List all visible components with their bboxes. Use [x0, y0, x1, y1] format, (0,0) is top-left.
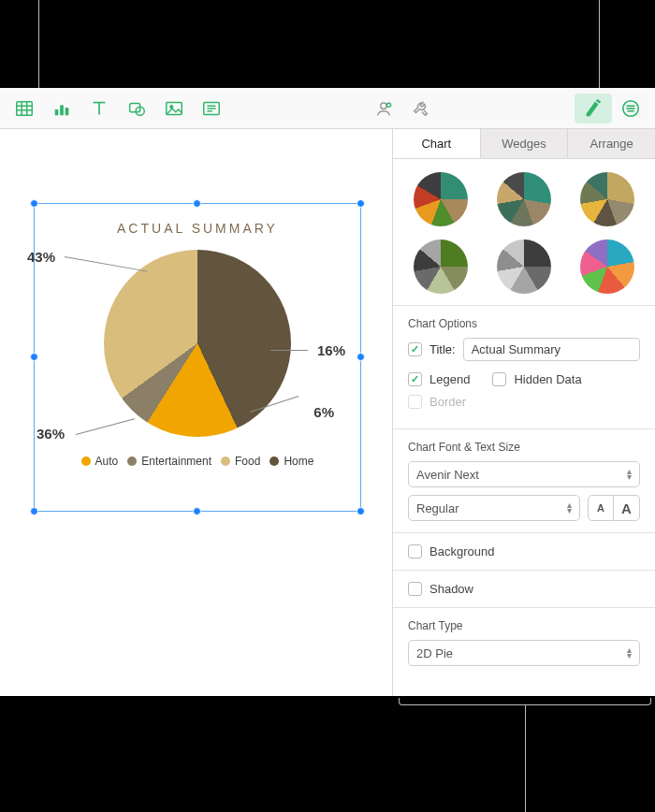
inspector-panel: Chart Wedges Arrange Chart Options Title…: [393, 129, 655, 696]
legend-label: Entertainment: [141, 455, 211, 468]
style-preset[interactable]: [497, 172, 551, 226]
font-section: Chart Font & Text Size Avenir Next ▴▾ Re…: [393, 428, 655, 532]
title-checkbox-label: Title:: [429, 342, 456, 356]
comment-icon[interactable]: [193, 94, 230, 123]
leader-line: [76, 418, 135, 435]
style-preset[interactable]: [497, 239, 551, 294]
background-label: Background: [429, 544, 494, 558]
resize-handle[interactable]: [193, 507, 201, 515]
font-family-value: Avenir Next: [416, 468, 479, 482]
section-title: Chart Options: [408, 317, 640, 330]
collab-icon[interactable]: [365, 94, 402, 123]
chevron-updown-icon: ▴▾: [627, 469, 632, 480]
callout-line-left: [38, 0, 39, 88]
chart-icon[interactable]: [43, 94, 80, 123]
chart-type-value: 2D Pie: [416, 646, 453, 660]
resize-handle[interactable]: [193, 199, 201, 208]
section-title: Chart Type: [408, 619, 640, 632]
section-title: Chart Font & Text Size: [408, 441, 640, 454]
chart-selection-box[interactable]: ACTUAL SUMMARY 43% 16% 6% 36% Auto: [34, 203, 361, 512]
style-preset[interactable]: [414, 172, 468, 226]
pie-graphic: [104, 250, 291, 437]
canvas[interactable]: ACTUAL SUMMARY 43% 16% 6% 36% Auto: [0, 129, 393, 696]
svg-rect-7: [66, 108, 69, 115]
chevron-updown-icon: ▴▾: [627, 647, 632, 659]
chevron-updown-icon: ▴▾: [567, 502, 572, 514]
text-icon[interactable]: [80, 94, 118, 123]
legend-item: Entertainment: [127, 455, 211, 468]
legend-label: Auto: [95, 455, 119, 468]
pie-label-ent: 6%: [313, 404, 334, 420]
tab-chart[interactable]: Chart: [393, 129, 481, 158]
hidden-data-label: Hidden Data: [514, 372, 581, 386]
font-weight-select[interactable]: Regular ▴▾: [408, 495, 580, 521]
format-icon[interactable]: [575, 94, 612, 123]
font-weight-value: Regular: [416, 501, 459, 515]
chart-type-section: Chart Type 2D Pie ▴▾: [393, 607, 655, 677]
app-window: ACTUAL SUMMARY 43% 16% 6% 36% Auto: [0, 88, 655, 696]
title-input[interactable]: Actual Summary: [463, 338, 640, 361]
leader-line: [65, 256, 148, 272]
resize-handle[interactable]: [357, 507, 365, 515]
chart-options-section: Chart Options Title: Actual Summary Lege…: [393, 305, 655, 428]
background-section: Background: [393, 532, 655, 570]
chart-style-presets: [393, 159, 655, 305]
chart-type-select[interactable]: 2D Pie ▴▾: [408, 640, 640, 666]
tab-wedges[interactable]: Wedges: [481, 129, 569, 158]
media-icon[interactable]: [155, 94, 193, 123]
pie-chart[interactable]: 43% 16% 6% 36%: [35, 236, 360, 451]
shape-icon[interactable]: [118, 94, 155, 123]
leader-line: [270, 350, 308, 351]
legend-item: Food: [221, 455, 260, 468]
tab-arrange[interactable]: Arrange: [568, 129, 655, 158]
chart-legend[interactable]: Auto Entertainment Food Home: [35, 455, 360, 468]
legend-label: Home: [284, 455, 313, 468]
resize-handle[interactable]: [30, 199, 38, 208]
style-preset[interactable]: [580, 172, 634, 226]
callout-brace: [399, 698, 651, 705]
svg-point-18: [381, 103, 386, 109]
border-label: Border: [429, 395, 466, 409]
inspector-tabs: Chart Wedges Arrange: [393, 129, 655, 159]
pie-label-food: 36%: [36, 426, 65, 442]
svg-rect-0: [17, 101, 33, 115]
tools-icon[interactable]: [402, 94, 440, 123]
shadow-label: Shadow: [429, 582, 473, 596]
legend-checkbox[interactable]: [408, 372, 422, 386]
resize-handle[interactable]: [30, 507, 38, 515]
shadow-section: Shadow: [393, 570, 655, 607]
font-size-stepper: A A: [588, 495, 640, 521]
resize-handle[interactable]: [357, 199, 365, 208]
toolbar: [0, 88, 655, 129]
font-family-select[interactable]: Avenir Next ▴▾: [408, 461, 640, 487]
table-icon[interactable]: [6, 94, 43, 123]
svg-rect-5: [55, 109, 59, 114]
pie-label-auto: 16%: [317, 342, 345, 358]
style-preset[interactable]: [414, 239, 468, 294]
font-smaller-button[interactable]: A: [588, 495, 614, 521]
pie-label-home: 43%: [27, 249, 55, 265]
legend-item: Home: [269, 455, 313, 468]
legend-label: Food: [235, 455, 260, 468]
chart-title[interactable]: ACTUAL SUMMARY: [35, 221, 360, 236]
legend-item: Auto: [81, 455, 119, 468]
title-checkbox[interactable]: [408, 342, 422, 356]
border-checkbox: [408, 395, 422, 409]
shadow-checkbox[interactable]: [408, 582, 422, 596]
background-checkbox[interactable]: [408, 544, 422, 558]
hidden-data-checkbox[interactable]: [492, 372, 506, 386]
svg-rect-6: [60, 105, 64, 115]
legend-label: Legend: [429, 372, 470, 386]
document-icon[interactable]: [612, 94, 649, 123]
callout-line-right: [599, 0, 600, 88]
callout-line-bottom: [525, 705, 526, 812]
style-preset[interactable]: [580, 239, 634, 294]
font-larger-button[interactable]: A: [614, 495, 640, 521]
content-area: ACTUAL SUMMARY 43% 16% 6% 36% Auto: [0, 129, 655, 696]
